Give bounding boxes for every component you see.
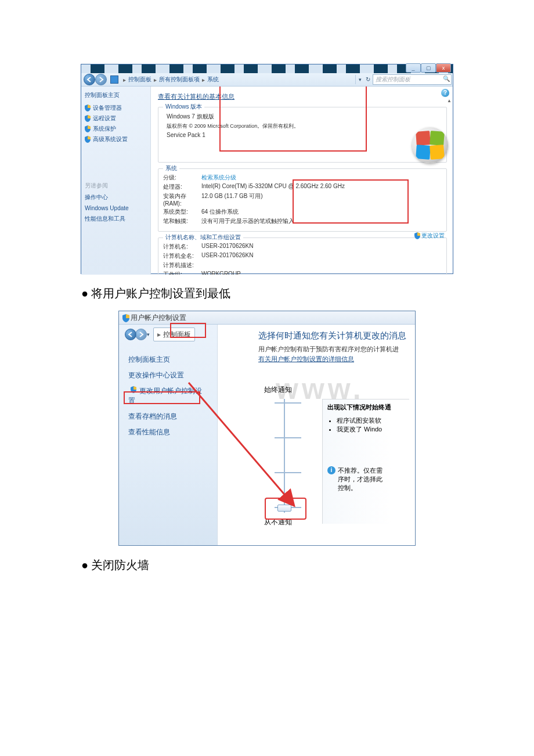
breadcrumb-item[interactable]: 控制面板 xyxy=(128,75,151,84)
main-content: ? ▲ 查看有关计算机的基本信息 Windows 版本 Windows 7 旗舰… xyxy=(151,87,453,275)
edition-name: Windows 7 旗舰版 xyxy=(163,113,442,121)
uac-description-box: 出现以下情况时始终通 程序试图安装软 我更改了 Windo i 不推荐。仅在需 … xyxy=(322,399,409,524)
info-icon: i xyxy=(327,466,335,474)
address-dropdown[interactable]: ▾ xyxy=(355,75,364,84)
copyright-line: 版权所有 © 2009 Microsoft Corporation。保留所有权利… xyxy=(163,123,442,130)
service-pack: Service Pack 1 xyxy=(163,132,442,138)
search-icon: 🔍 xyxy=(443,75,450,82)
rating-link[interactable]: 检索系统分级 xyxy=(201,174,236,182)
uac-titlebar: 用户帐户控制设置 xyxy=(119,311,415,325)
sidebar: 控制面板主页 设备管理器 远程设置 系统保护 高级系统设置 另请参阅 操作中心 … xyxy=(81,87,151,275)
breadcrumb-item[interactable]: 所有控制面板项 xyxy=(159,75,200,84)
minimize-button[interactable]: _ xyxy=(406,63,421,73)
doc-bullet: ● 关闭防火墙 xyxy=(81,557,453,573)
slider-label-never: 从不通知 xyxy=(264,517,292,527)
system-group: 系统 分级:检索系统分级 处理器:Intel(R) Core(TM) i5-33… xyxy=(158,168,447,232)
windows-logo-icon xyxy=(412,127,448,163)
arrow-right-icon xyxy=(98,76,104,83)
sidebar-extra-windows-update[interactable]: Windows Update xyxy=(85,205,147,211)
doc-bullet: ● 将用户账户控制设置到最低 xyxy=(81,286,453,301)
uac-window: 用户帐户控制设置 ▾ ▸ 控制面板 控制面板主页 更改操作中心设置 更改用户帐户… xyxy=(118,311,416,546)
sidebar-item-protection[interactable]: 系统保护 xyxy=(93,125,116,133)
pen-touch-value: 没有可用于此显示器的笔或触控输入 xyxy=(201,217,294,225)
breadcrumb-label: 控制面板 xyxy=(163,330,191,340)
uac-title: 用户帐户控制设置 xyxy=(131,313,186,323)
computer-name: USER-20170626KN xyxy=(201,243,254,251)
shield-icon xyxy=(122,314,128,321)
breadcrumb-item[interactable]: 系统 xyxy=(207,75,219,84)
sidebar-item-advanced[interactable]: 高级系统设置 xyxy=(93,135,128,143)
nav-back-button[interactable] xyxy=(84,74,95,85)
sidebar-home[interactable]: 控制面板主页 xyxy=(85,91,147,99)
system-type-value: 64 位操作系统 xyxy=(201,208,239,216)
scroll-up-icon[interactable]: ▲ xyxy=(446,98,453,105)
chevron-down-icon[interactable]: ▾ xyxy=(147,332,150,337)
sidebar-performance[interactable]: 查看性能信息 xyxy=(128,427,211,437)
sidebar-extra-performance[interactable]: 性能信息和工具 xyxy=(85,215,147,223)
maximize-button[interactable]: ▢ xyxy=(421,63,436,73)
box-title: 出现以下情况时始终通 xyxy=(327,403,409,412)
address-bar: ▸ 控制面板 ▸ 所有控制面板项 ▸ 系统 ▾ ↻ 搜索控制面板 🔍 xyxy=(81,73,453,87)
uac-slider-thumb[interactable] xyxy=(277,505,291,512)
uac-desc: 用户帐户控制有助于预防有害程序对您的计算机进 xyxy=(258,345,415,354)
control-panel-icon xyxy=(110,75,118,84)
sidebar-home[interactable]: 控制面板主页 xyxy=(128,355,211,365)
breadcrumb-sep: ▸ xyxy=(123,77,126,83)
uac-heading: 选择何时通知您有关计算机更改的消息 xyxy=(258,330,415,341)
sidebar-item-device-manager[interactable]: 设备管理器 xyxy=(93,104,122,112)
arrow-left-icon xyxy=(127,331,134,338)
uac-slider-track[interactable] xyxy=(284,399,285,513)
shield-icon xyxy=(414,232,420,239)
uac-desc-link[interactable]: 有关用户帐户控制设置的详细信息 xyxy=(258,355,415,363)
computer-full-name: USER-20170626KN xyxy=(201,252,254,260)
page-title: 查看有关计算机的基本信息 xyxy=(158,93,234,100)
refresh-button[interactable]: ↻ xyxy=(364,75,372,84)
nav-back-button[interactable] xyxy=(125,329,136,340)
box-item: 程序试图安装软 xyxy=(337,416,409,425)
slider-tick xyxy=(275,402,288,404)
box-item: 我更改了 Windo xyxy=(337,425,409,434)
sidebar-uac-settings[interactable]: 更改用户帐户控制设置 xyxy=(128,386,202,406)
workgroup: WORKGROUP xyxy=(201,271,241,275)
sidebar-action-center[interactable]: 更改操作中心设置 xyxy=(128,370,211,380)
uac-sidebar: ▾ ▸ 控制面板 控制面板主页 更改操作中心设置 更改用户帐户控制设置 查看存档… xyxy=(119,325,218,545)
shield-icon xyxy=(85,136,91,143)
search-input[interactable]: 搜索控制面板 🔍 xyxy=(373,74,452,85)
computer-name-group: 计算机名称、域和工作组设置 计算机名:USER-20170626KN 计算机全名… xyxy=(158,237,447,275)
help-button[interactable]: ? xyxy=(441,89,449,97)
slider-label-always: 始终通知 xyxy=(264,385,292,395)
shield-icon xyxy=(85,115,91,122)
change-settings-link[interactable]: 更改设置 xyxy=(414,232,445,240)
system-properties-window: _ ▢ x ▸ 控制面板 ▸ 所有控制面板项 ▸ 系统 ▾ ↻ xyxy=(81,64,453,274)
breadcrumb[interactable]: ▸ 控制面板 xyxy=(153,327,195,341)
shield-icon xyxy=(85,105,91,111)
uac-main: www. 选择何时通知您有关计算机更改的消息 用户帐户控制有助于预防有害程序对您… xyxy=(218,325,415,545)
sidebar-extra-action-center[interactable]: 操作中心 xyxy=(85,193,147,201)
close-button[interactable]: x xyxy=(436,63,451,73)
titlebar: _ ▢ x xyxy=(81,64,453,73)
windows-edition-group: Windows 版本 Windows 7 旗舰版 版权所有 © 2009 Mic… xyxy=(158,107,447,163)
slider-tick xyxy=(275,437,288,438)
see-also-label: 另请参阅 xyxy=(85,182,147,190)
sidebar-archived[interactable]: 查看存档的消息 xyxy=(128,412,211,422)
nav-forward-button[interactable] xyxy=(135,329,147,340)
processor-value: Intel(R) Core(TM) i5-3320M CPU @ 2.60GHz… xyxy=(201,183,345,191)
shield-icon xyxy=(131,386,136,393)
ram-value: 12.0 GB (11.7 GB 可用) xyxy=(201,192,263,207)
nav-forward-button[interactable] xyxy=(95,74,107,85)
arrow-left-icon xyxy=(86,76,93,83)
arrow-right-icon xyxy=(138,331,145,338)
shield-icon xyxy=(85,125,91,132)
slider-tick xyxy=(275,472,288,473)
sidebar-item-remote[interactable]: 远程设置 xyxy=(93,114,116,123)
